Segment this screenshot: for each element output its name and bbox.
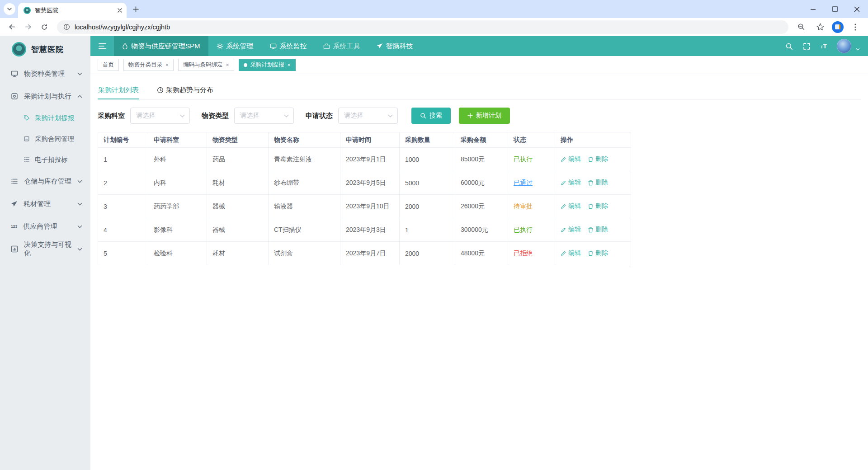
caret-down-icon[interactable]	[856, 48, 860, 51]
tab-plan-list[interactable]: 采购计划列表	[98, 81, 139, 99]
col-header-type: 物资类型	[207, 132, 269, 148]
dept-select[interactable]: 请选择	[130, 108, 190, 124]
cell-name: 青霉素注射液	[269, 148, 340, 171]
nav-item-system-management[interactable]: 系统管理	[208, 36, 262, 56]
delete-button[interactable]: 删除	[588, 226, 608, 234]
cell-amount: 48000元	[455, 242, 508, 265]
sidebar-subitem-label: 电子招投标	[35, 155, 68, 164]
add-plan-button-label: 新增计划	[476, 112, 501, 120]
cell-dept: 外科	[148, 148, 207, 171]
tag-close-icon[interactable]: ×	[165, 62, 169, 68]
sidebar-item-decision-support[interactable]: 决策支持与可视化	[0, 238, 90, 260]
delete-button[interactable]: 删除	[588, 249, 608, 257]
tab-label: 采购计划列表	[98, 86, 139, 94]
nav-item-ai-tech[interactable]: 智脑科技	[368, 36, 421, 56]
window-maximize-button[interactable]	[832, 6, 838, 12]
avatar[interactable]	[837, 39, 851, 53]
reload-button[interactable]	[37, 20, 52, 34]
nav-item-system-tools[interactable]: 系统工具	[315, 36, 368, 56]
cell-plan-id: 2	[98, 171, 148, 195]
sidebar-subitem-e-bidding[interactable]: 电子招投标	[0, 149, 90, 170]
nav-item-system-monitor[interactable]: 系统监控	[262, 36, 315, 56]
sidebar-item-material-category[interactable]: 物资种类管理	[0, 62, 90, 85]
window-close-button[interactable]	[854, 6, 860, 12]
tag-purchase-plan-submission[interactable]: 采购计划提报 ×	[239, 59, 296, 71]
list-icon	[11, 178, 18, 185]
tags-bar: 首页 物资分类目录 × 编码与条码绑定 × 采购计划提报 ×	[90, 56, 868, 74]
target-icon	[11, 93, 18, 100]
window-controls	[810, 0, 860, 18]
zoom-icon[interactable]	[794, 20, 808, 34]
sidebar-subitem-label: 采购计划提报	[35, 114, 74, 122]
add-plan-button[interactable]: 新增计划	[459, 108, 510, 124]
nav-item-label: 物资与供应链管理SPM	[131, 42, 200, 51]
cell-qty: 5000	[400, 171, 455, 195]
sidebar-subitem-purchase-contract[interactable]: 采购合同管理	[0, 128, 90, 149]
browser-tab[interactable]: 智慧医院	[18, 3, 127, 18]
select-placeholder: 请选择	[344, 112, 363, 120]
hamburger-menu-icon[interactable]	[90, 36, 114, 56]
bookmark-star-icon[interactable]	[813, 20, 827, 34]
delete-button[interactable]: 删除	[588, 202, 608, 210]
pencil-icon	[561, 250, 566, 256]
type-select[interactable]: 请选择	[234, 108, 294, 124]
search-button[interactable]: 搜索	[411, 108, 451, 124]
select-placeholder: 请选择	[240, 112, 259, 120]
edit-button[interactable]: 编辑	[561, 249, 581, 257]
sidebar-subitem-purchase-plan-submission[interactable]: 采购计划提报	[0, 108, 90, 128]
tab-trend-distribution[interactable]: 采购趋势与分布	[156, 81, 214, 99]
status-select[interactable]: 请选择	[338, 108, 398, 124]
url-bar[interactable]: localhost/wzygylgl/cgjhyzx/cgjhtb	[57, 20, 788, 34]
gear-icon	[217, 43, 223, 50]
cell-date: 2023年9月3日	[340, 218, 400, 242]
app-frame: 智慧医院 物资种类管理 采购计划与执行 采购计划提报 采购合同管理 电子招投标 …	[0, 36, 868, 470]
browser-menu-icon[interactable]	[848, 20, 863, 34]
search-icon[interactable]	[785, 42, 793, 50]
tag-material-catalog[interactable]: 物资分类目录 ×	[123, 59, 174, 71]
forward-button[interactable]	[21, 20, 35, 34]
table-row: 1 外科 药品 青霉素注射液 2023年9月1日 1000 85000元 已执行…	[98, 148, 631, 171]
cell-type: 器械	[207, 218, 269, 242]
extension-icon[interactable]	[832, 21, 844, 33]
delete-button[interactable]: 删除	[588, 155, 608, 163]
tag-barcode-binding[interactable]: 编码与条码绑定 ×	[178, 59, 234, 71]
sidebar-item-label: 决策支持与可视化	[24, 240, 71, 258]
tag-label: 首页	[103, 61, 114, 69]
sidebar-item-consumables[interactable]: 耗材管理	[0, 193, 90, 215]
chevron-down-icon	[284, 114, 289, 118]
cell-plan-id: 4	[98, 218, 148, 242]
app-logo: 智慧医院	[0, 36, 90, 62]
site-favicon-icon	[24, 7, 31, 14]
window-minimize-button[interactable]	[810, 6, 816, 12]
back-button[interactable]	[5, 20, 19, 34]
search-button-label: 搜索	[429, 112, 442, 120]
pencil-icon	[561, 180, 566, 186]
tab-label: 采购趋势与分布	[166, 86, 213, 94]
font-size-icon[interactable]: TT	[821, 43, 827, 49]
cell-actions: 编辑删除	[555, 195, 631, 218]
edit-button[interactable]: 编辑	[561, 155, 581, 163]
tag-home[interactable]: 首页	[98, 59, 119, 71]
edit-button[interactable]: 编辑	[561, 179, 581, 187]
col-header-actions: 操作	[555, 132, 631, 148]
nav-item-spm[interactable]: 物资与供应链管理SPM	[114, 36, 208, 56]
fullscreen-icon[interactable]	[803, 42, 811, 50]
sidebar-item-warehouse-inventory[interactable]: 仓储与库存管理	[0, 170, 90, 193]
table-row: 5 检验科 耗材 试剂盒 2023年9月7日 2000 48000元 已拒绝 编…	[98, 242, 631, 265]
edit-button[interactable]: 编辑	[561, 202, 581, 210]
edit-button[interactable]: 编辑	[561, 226, 581, 234]
tab-search-button[interactable]	[4, 3, 15, 15]
info-icon[interactable]	[63, 24, 70, 30]
nav-item-label: 智脑科技	[386, 42, 413, 51]
content-tabs: 采购计划列表 采购趋势与分布	[98, 81, 861, 99]
new-tab-button[interactable]	[133, 6, 139, 12]
col-header-name: 物资名称	[269, 132, 340, 148]
tab-close-icon[interactable]	[118, 8, 122, 13]
sidebar-item-purchase-plan-execution[interactable]: 采购计划与执行	[0, 85, 90, 108]
sidebar-item-supplier[interactable]: 123 供应商管理	[0, 215, 90, 238]
delete-button[interactable]: 删除	[588, 179, 608, 187]
tag-close-icon[interactable]: ×	[226, 62, 229, 68]
tag-close-icon[interactable]: ×	[288, 62, 291, 68]
cell-plan-id: 3	[98, 195, 148, 218]
list-icon	[24, 156, 30, 163]
